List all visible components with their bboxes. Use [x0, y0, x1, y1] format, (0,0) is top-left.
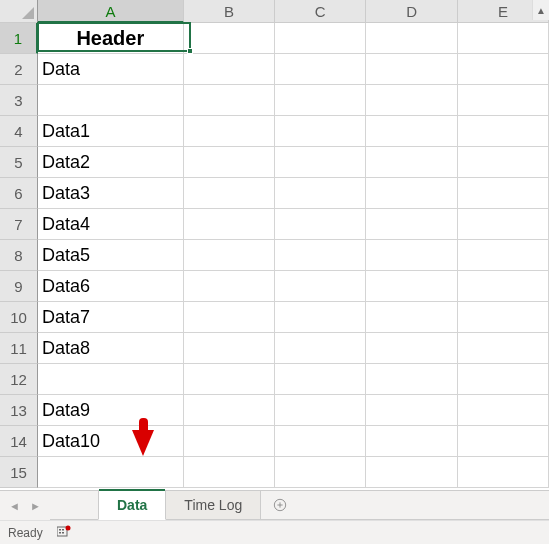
cell-C1[interactable]	[275, 23, 366, 54]
row-header-5[interactable]: 5	[0, 147, 38, 178]
cell-A10[interactable]: Data7	[38, 302, 184, 333]
cell-B2[interactable]	[184, 54, 275, 85]
cell-D14[interactable]	[366, 426, 457, 457]
cell-E7[interactable]	[458, 209, 549, 240]
cell-B8[interactable]	[184, 240, 275, 271]
cell-B11[interactable]	[184, 333, 275, 364]
row-header-8[interactable]: 8	[0, 240, 38, 271]
cell-D13[interactable]	[366, 395, 457, 426]
cell-E11[interactable]	[458, 333, 549, 364]
cell-E12[interactable]	[458, 364, 549, 395]
cell-B14[interactable]	[184, 426, 275, 457]
cell-E15[interactable]	[458, 457, 549, 488]
cell-E2[interactable]	[458, 54, 549, 85]
cell-B12[interactable]	[184, 364, 275, 395]
cell-E8[interactable]	[458, 240, 549, 271]
cell-D6[interactable]	[366, 178, 457, 209]
cell-E9[interactable]	[458, 271, 549, 302]
row-header-14[interactable]: 14	[0, 426, 38, 457]
cell-E6[interactable]	[458, 178, 549, 209]
cell-E5[interactable]	[458, 147, 549, 178]
cell-B5[interactable]	[184, 147, 275, 178]
cell-B15[interactable]	[184, 457, 275, 488]
scroll-up-button[interactable]: ▲	[532, 0, 549, 20]
cell-B1[interactable]	[184, 23, 275, 54]
cell-A5[interactable]: Data2	[38, 147, 184, 178]
select-all-corner[interactable]	[0, 0, 38, 23]
cell-A13[interactable]: Data9	[38, 395, 184, 426]
column-header-C[interactable]: C	[275, 0, 366, 23]
row-header-12[interactable]: 12	[0, 364, 38, 395]
cell-B6[interactable]	[184, 178, 275, 209]
cell-D5[interactable]	[366, 147, 457, 178]
cell-C4[interactable]	[275, 116, 366, 147]
cell-A11[interactable]: Data8	[38, 333, 184, 364]
cell-C6[interactable]	[275, 178, 366, 209]
cell-C12[interactable]	[275, 364, 366, 395]
sheet-tab-data[interactable]: Data	[98, 491, 166, 520]
cell-D2[interactable]	[366, 54, 457, 85]
row-header-13[interactable]: 13	[0, 395, 38, 426]
tab-next-icon[interactable]: ►	[30, 500, 41, 512]
column-header-A[interactable]: A	[38, 0, 184, 23]
row-header-4[interactable]: 4	[0, 116, 38, 147]
cell-C2[interactable]	[275, 54, 366, 85]
cell-A1[interactable]: Header	[38, 23, 184, 54]
row-header-9[interactable]: 9	[0, 271, 38, 302]
cell-A2[interactable]: Data	[38, 54, 184, 85]
cell-C7[interactable]	[275, 209, 366, 240]
cell-D3[interactable]	[366, 85, 457, 116]
cell-B7[interactable]	[184, 209, 275, 240]
column-header-D[interactable]: D	[366, 0, 457, 23]
cell-C15[interactable]	[275, 457, 366, 488]
row-header-11[interactable]: 11	[0, 333, 38, 364]
cell-E1[interactable]	[458, 23, 549, 54]
sheet-tab-time-log[interactable]: Time Log	[166, 491, 261, 520]
cell-A9[interactable]: Data6	[38, 271, 184, 302]
cell-D7[interactable]	[366, 209, 457, 240]
row-header-1[interactable]: 1	[0, 23, 38, 54]
row-header-2[interactable]: 2	[0, 54, 38, 85]
cell-C14[interactable]	[275, 426, 366, 457]
cell-D15[interactable]	[366, 457, 457, 488]
cell-E10[interactable]	[458, 302, 549, 333]
row-header-10[interactable]: 10	[0, 302, 38, 333]
row-header-15[interactable]: 15	[0, 457, 38, 488]
cell-A4[interactable]: Data1	[38, 116, 184, 147]
cell-E4[interactable]	[458, 116, 549, 147]
row-header-3[interactable]: 3	[0, 85, 38, 116]
row-header-6[interactable]: 6	[0, 178, 38, 209]
cell-C3[interactable]	[275, 85, 366, 116]
cell-E14[interactable]	[458, 426, 549, 457]
cell-B10[interactable]	[184, 302, 275, 333]
cell-C13[interactable]	[275, 395, 366, 426]
cell-C9[interactable]	[275, 271, 366, 302]
cell-E3[interactable]	[458, 85, 549, 116]
cell-D8[interactable]	[366, 240, 457, 271]
add-sheet-button[interactable]	[261, 491, 299, 520]
cell-E13[interactable]	[458, 395, 549, 426]
cell-C10[interactable]	[275, 302, 366, 333]
cell-A8[interactable]: Data5	[38, 240, 184, 271]
cell-A12[interactable]	[38, 364, 184, 395]
cell-C11[interactable]	[275, 333, 366, 364]
cells-area[interactable]: HeaderDataData1Data2Data3Data4Data5Data6…	[38, 23, 549, 490]
cell-D9[interactable]	[366, 271, 457, 302]
row-header-7[interactable]: 7	[0, 209, 38, 240]
cell-B9[interactable]	[184, 271, 275, 302]
cell-D11[interactable]	[366, 333, 457, 364]
cell-A7[interactable]: Data4	[38, 209, 184, 240]
tab-prev-icon[interactable]: ◄	[9, 500, 20, 512]
cell-A15[interactable]	[38, 457, 184, 488]
cell-D12[interactable]	[366, 364, 457, 395]
cell-D1[interactable]	[366, 23, 457, 54]
cell-A6[interactable]: Data3	[38, 178, 184, 209]
cell-A3[interactable]	[38, 85, 184, 116]
column-header-B[interactable]: B	[184, 0, 275, 23]
cell-D4[interactable]	[366, 116, 457, 147]
cell-B4[interactable]	[184, 116, 275, 147]
cell-D10[interactable]	[366, 302, 457, 333]
cell-A14[interactable]: Data10	[38, 426, 184, 457]
cell-C5[interactable]	[275, 147, 366, 178]
cell-B3[interactable]	[184, 85, 275, 116]
